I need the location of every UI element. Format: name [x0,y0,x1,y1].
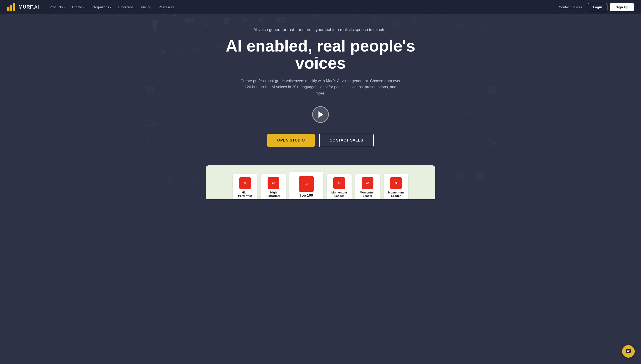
contact-sales-arrow-icon: › [581,6,582,8]
nav-integrations-label: Integrations [91,5,109,9]
svg-line-78 [174,110,178,111]
g2-badge-5: G2 [362,177,373,189]
svg-rect-62 [476,172,484,179]
awards-container: G2 HighPerformer G2 HighPerformer G2 Top… [206,165,435,199]
award-card-4: G2 MomentumLeader [327,174,352,199]
svg-rect-4 [154,26,156,30]
svg-rect-72 [462,174,464,180]
signup-button[interactable]: Sign Up [610,3,634,11]
svg-point-10 [205,19,208,26]
resources-chevron-icon: ▾ [175,6,176,8]
svg-rect-70 [456,175,458,180]
svg-point-60 [481,26,484,33]
svg-rect-1 [10,5,12,11]
svg-rect-76 [157,94,161,100]
svg-rect-67 [488,86,497,92]
svg-marker-38 [181,50,183,52]
award-card-1: G2 HighPerformer [233,174,258,199]
nav-products-label: Products [50,5,63,9]
nav-item-products[interactable]: Products ▾ [46,3,68,11]
g2-badge-3: G2 [299,176,314,192]
award-label-6: MomentumLeader [388,191,404,199]
nav-links: Products ▾ Create ▾ Integrations ▾ Enter… [46,3,556,11]
nav-item-integrations[interactable]: Integrations ▾ [88,3,114,11]
svg-rect-37 [177,48,185,54]
create-chevron-icon: ▾ [83,6,84,8]
play-icon [318,111,323,118]
hero-section: AI voice generator that transforms your … [0,0,641,199]
hero-content: AI voice generator that transforms your … [219,14,422,165]
awards-section: G2 HighPerformer G2 HighPerformer G2 Top… [197,165,444,199]
play-button-wrap [312,106,329,123]
award-label-1: HighPerformer [238,191,252,199]
svg-point-44 [168,174,171,181]
svg-marker-65 [150,88,153,91]
svg-rect-3 [152,20,157,27]
award-label-5: MomentumLeader [360,191,375,199]
nav-pricing-label: Pricing [141,5,151,9]
award-card-5: G2 MomentumLeader [355,174,380,199]
hero-subtitle: AI voice generator that transforms your … [253,28,387,32]
svg-marker-63 [480,174,482,177]
contact-sales-label: Contact Sales [559,5,580,9]
nav-item-resources[interactable]: Resources ▾ [155,3,180,11]
play-button[interactable] [312,106,329,123]
svg-point-59 [480,26,487,33]
login-button[interactable]: Login [588,3,608,11]
svg-rect-66 [146,120,153,126]
nav-create-label: Create [72,5,82,9]
logo[interactable]: MURF.AI [7,3,39,11]
nav-item-create[interactable]: Create ▾ [69,3,87,11]
g2-badge-1: G2 [239,177,251,189]
g2-badge-2: G2 [268,177,279,189]
navbar: MURF.AI Products ▾ Create ▾ Integrations… [0,0,641,14]
award-label-4: MomentumLeader [331,191,347,199]
award-card-2: G2 HighPerformer [261,174,286,199]
cta-buttons: OPEN STUDIO CONTACT SALES [267,134,374,147]
g2-badge-6: G2 [390,177,402,189]
award-card-6: G2 MomentumLeader [383,174,408,199]
svg-rect-36 [155,49,162,54]
svg-point-9 [203,19,210,26]
nav-resources-label: Resources [158,5,174,9]
award-label-3: Top 100 [300,194,313,199]
svg-rect-0 [7,7,10,11]
svg-rect-57 [461,20,465,27]
nav-item-pricing[interactable]: Pricing [138,3,154,11]
nav-right: Contact Sales › Login Sign Up [556,3,634,11]
svg-rect-71 [459,172,461,180]
svg-point-43 [166,174,173,181]
nav-enterprise-label: Enterprise [118,5,134,9]
logo-text: MURF.AI [19,4,39,10]
contact-sales-nav[interactable]: Contact Sales › [556,3,585,11]
g2-badge-4: G2 [333,177,345,189]
products-chevron-icon: ▾ [64,6,65,8]
svg-rect-2 [13,3,15,11]
svg-rect-69 [487,140,494,145]
nav-item-enterprise[interactable]: Enterprise [115,3,137,11]
svg-line-80 [466,110,469,111]
award-card-3-featured: G2 Top 100 [289,172,323,199]
award-label-2: HighPerformer [267,191,280,199]
svg-rect-64 [146,86,155,92]
hero-title: AI enabled, real people's voices [224,38,417,72]
svg-marker-68 [492,88,495,91]
svg-rect-8 [184,18,191,24]
open-studio-button[interactable]: OPEN STUDIO [267,134,315,147]
contact-sales-button[interactable]: CONTACT SALES [319,134,374,147]
hero-description: Create professional-grade voiceovers qui… [240,78,401,96]
svg-rect-5 [153,30,157,30]
integrations-chevron-icon: ▾ [110,6,111,8]
